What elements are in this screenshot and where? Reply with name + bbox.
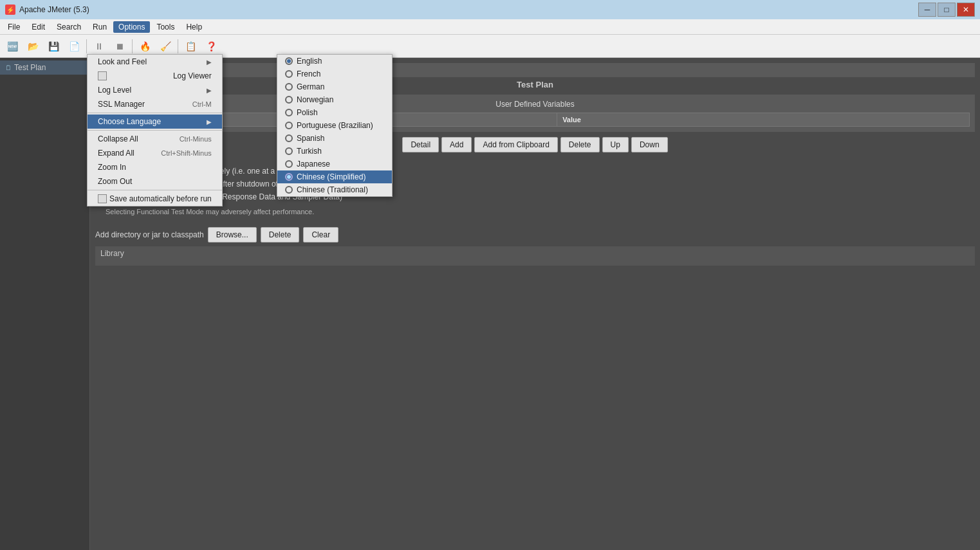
maximize-button[interactable]: □ xyxy=(938,3,956,17)
window-controls: ─ □ ✕ xyxy=(918,3,975,17)
menu-ssl-manager[interactable]: SSL Manager Ctrl-M xyxy=(88,97,222,111)
open-button[interactable]: 📂 xyxy=(23,37,42,55)
panel-title: Test Plan xyxy=(95,80,975,89)
minimize-button[interactable]: ─ xyxy=(918,3,936,17)
library-label: Library xyxy=(100,249,124,258)
options-dropdown: Look and Feel ▶ Log Viewer Log Level ▶ S… xyxy=(87,54,223,206)
lang-spanish[interactable]: Spanish xyxy=(277,132,392,145)
radio-japanese-icon xyxy=(285,160,293,168)
separator-3 xyxy=(88,190,222,190)
menu-tools[interactable]: Tools xyxy=(151,21,180,33)
classpath-delete-button[interactable]: Delete xyxy=(261,227,300,243)
separator-2 xyxy=(88,130,222,131)
functional-test-row: Functional Test Mode (i.e. save Response… xyxy=(100,192,970,201)
user-vars-title: User Defined Variables xyxy=(100,100,970,109)
clear-button[interactable]: Clear xyxy=(303,227,338,243)
title-bar: ⚡ Apache JMeter (5.3) ─ □ ✕ xyxy=(0,0,980,19)
save-as-button[interactable]: 📄 xyxy=(64,37,84,55)
add-button[interactable]: Add xyxy=(441,137,472,152)
menu-expand-all[interactable]: Expand All Ctrl+Shift-Minus xyxy=(88,146,222,160)
menu-edit[interactable]: Edit xyxy=(26,21,50,33)
broom-button[interactable]: 🧹 xyxy=(156,37,175,55)
lang-chinese-traditional[interactable]: Chinese (Traditional) xyxy=(277,183,392,196)
radio-spanish-icon xyxy=(285,134,293,142)
radio-portuguese-icon xyxy=(285,122,293,129)
radio-french-icon xyxy=(285,70,293,78)
sidebar-item-test-plan[interactable]: 🗒 Test Plan xyxy=(0,60,89,75)
sidebar-item-label: Test Plan xyxy=(14,63,46,72)
col-value: Value xyxy=(557,113,970,127)
radio-english-icon xyxy=(285,57,293,65)
content-header: Test Plan xyxy=(95,63,975,77)
radio-german-icon xyxy=(285,83,293,91)
action-buttons: Detail Add Add from Clipboard Delete Up … xyxy=(95,137,975,152)
lang-chinese-simplified[interactable]: Chinese (Simplified) xyxy=(277,170,392,183)
menu-collapse-all[interactable]: Collapse All Ctrl-Minus xyxy=(88,132,222,146)
menu-log-viewer[interactable]: Log Viewer xyxy=(88,69,222,83)
options-section: Run Thread Groups consecutively (i.e. on… xyxy=(95,158,975,223)
vars-table: Name: Value xyxy=(100,113,970,127)
up-button[interactable]: Up xyxy=(602,137,629,152)
start-button[interactable]: ⏸ xyxy=(89,37,109,55)
library-section: Library xyxy=(95,246,975,266)
menu-choose-language[interactable]: Choose Language ▶ xyxy=(88,115,222,129)
lang-polish[interactable]: Polish xyxy=(277,106,392,119)
lang-english[interactable]: English xyxy=(277,55,392,68)
radio-norwegian-icon xyxy=(285,96,293,104)
down-button[interactable]: Down xyxy=(631,137,668,152)
stop-button[interactable]: ⏹ xyxy=(110,37,129,55)
radio-turkish-icon xyxy=(285,147,293,155)
language-submenu: English French German Norwegian Polish P… xyxy=(277,54,393,197)
app-icon: ⚡ xyxy=(5,5,15,15)
menu-save-auto[interactable]: Save automatically before run xyxy=(88,192,222,206)
lang-norwegian[interactable]: Norwegian xyxy=(277,93,392,106)
log-level-arrow-icon: ▶ xyxy=(207,87,212,94)
sidebar: 🗒 Test Plan xyxy=(0,58,90,550)
menu-help[interactable]: Help xyxy=(181,21,207,33)
browse-button[interactable]: Browse... xyxy=(208,227,257,243)
save-button[interactable]: 💾 xyxy=(44,37,63,55)
lang-turkish[interactable]: Turkish xyxy=(277,145,392,158)
add-from-clipboard-button[interactable]: Add from Clipboard xyxy=(474,137,557,152)
classpath-row: Add directory or jar to classpath Browse… xyxy=(95,227,975,243)
save-auto-checkbox xyxy=(98,194,107,203)
detail-button[interactable]: Detail xyxy=(402,137,439,152)
lang-japanese[interactable]: Japanese xyxy=(277,158,392,170)
menu-options[interactable]: Options xyxy=(113,21,150,33)
lang-portuguese[interactable]: Portuguese (Brazilian) xyxy=(277,119,392,132)
menu-file[interactable]: File xyxy=(3,21,25,33)
menu-zoom-out[interactable]: Zoom Out xyxy=(88,174,222,188)
flame-button[interactable]: 🔥 xyxy=(135,37,154,55)
collapse-shortcut: Ctrl-Minus xyxy=(180,135,212,143)
expand-shortcut: Ctrl+Shift-Minus xyxy=(161,149,212,157)
delete-button[interactable]: Delete xyxy=(560,137,600,152)
content-area: Test Plan Test Plan User Defined Variabl… xyxy=(90,58,980,550)
functional-note: Selecting Functional Test Mode may adver… xyxy=(100,205,970,218)
log-viewer-checkbox xyxy=(98,71,107,80)
new-button[interactable]: 🆕 xyxy=(3,37,22,55)
radio-chinese-simplified-icon xyxy=(285,173,293,181)
tree-icon: 🗒 xyxy=(5,64,12,71)
lang-french[interactable]: French xyxy=(277,68,392,80)
toolbar-sep-2 xyxy=(132,39,133,53)
radio-chinese-traditional-icon xyxy=(285,186,293,194)
menu-run[interactable]: Run xyxy=(88,21,112,33)
run-consecutively-row: Run Thread Groups consecutively (i.e. on… xyxy=(100,167,970,176)
radio-polish-icon xyxy=(285,109,293,116)
menu-bar: File Edit Search Run Options Tools Help … xyxy=(0,19,980,35)
help-button[interactable]: ❓ xyxy=(201,37,221,55)
user-vars-section: User Defined Variables Name: Value xyxy=(95,95,975,132)
submenu-arrow-icon: ▶ xyxy=(207,59,212,66)
app-title: Apache JMeter (5.3) xyxy=(19,5,89,14)
list-button[interactable]: 📋 xyxy=(181,37,200,55)
menu-search[interactable]: Search xyxy=(51,21,86,33)
lang-german[interactable]: German xyxy=(277,80,392,93)
language-arrow-icon: ▶ xyxy=(207,118,212,125)
toolbar-sep-1 xyxy=(86,39,87,53)
teardown-row: Run tearDown Thread Groups after shutdow… xyxy=(100,179,970,188)
close-button[interactable]: ✕ xyxy=(957,3,975,17)
separator-1 xyxy=(88,113,222,113)
menu-look-and-feel[interactable]: Look and Feel ▶ xyxy=(88,55,222,69)
menu-zoom-in[interactable]: Zoom In xyxy=(88,160,222,174)
menu-log-level[interactable]: Log Level ▶ xyxy=(88,83,222,97)
